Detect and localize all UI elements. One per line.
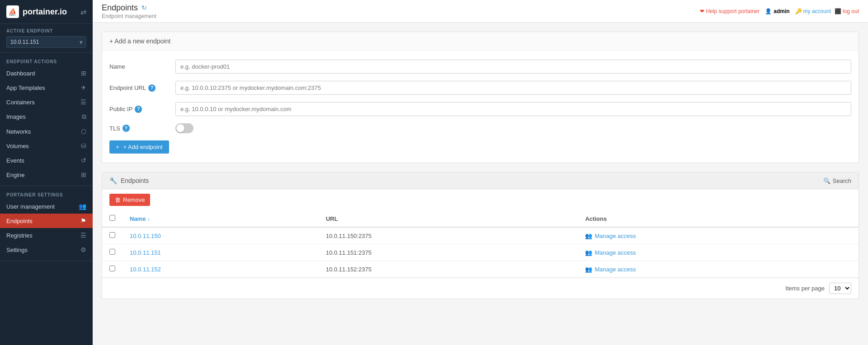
admin-icon: 👤 — [765, 8, 772, 14]
url-form-group: Endpoint URL ? — [109, 81, 851, 95]
row-name-cell: 10.0.11.150 — [123, 227, 319, 244]
row-checkbox-0[interactable] — [109, 232, 115, 238]
row-url-cell: 10.0.11.152:2375 — [319, 261, 578, 278]
items-per-page-select[interactable]: 10 25 50 — [829, 283, 851, 294]
row-name-cell: 10.0.11.152 — [123, 261, 319, 278]
add-endpoint-header: + Add a new endpoint — [102, 32, 859, 51]
public-ip-input[interactable] — [175, 102, 851, 116]
main-content: Endpoints ↻ Endpoint management ❤ Help s… — [93, 0, 868, 345]
row-checkbox-1[interactable] — [109, 249, 115, 255]
sidebar-item-user-management[interactable]: User management 👥 — [0, 199, 93, 214]
add-endpoint-button[interactable]: + + Add endpoint — [109, 140, 169, 154]
sidebar-item-events[interactable]: Events ↺ — [0, 153, 93, 168]
help-support-link[interactable]: ❤ Help support portainer — [700, 8, 760, 14]
row-checkbox-cell — [102, 227, 123, 244]
search-button[interactable]: 🔍 Search — [823, 177, 851, 184]
tls-help-icon[interactable]: ? — [123, 125, 130, 132]
sidebar-item-volumes[interactable]: Volumes ⛁ — [0, 139, 93, 153]
public-ip-form-group: Public IP ? — [109, 102, 851, 116]
remove-button[interactable]: 🗑 Remove — [109, 194, 150, 206]
select-all-checkbox[interactable] — [109, 215, 115, 221]
sidebar-item-networks[interactable]: Networks ⬡ — [0, 124, 93, 139]
tls-toggle-thumb — [176, 124, 184, 132]
heart-icon: ❤ — [700, 8, 704, 14]
log-out-link[interactable]: ⬛ log out — [835, 8, 859, 14]
toggle-sidebar-icon[interactable]: ⇄ — [80, 8, 86, 16]
actions-col-header: Actions — [578, 210, 859, 227]
admin-info: 👤 admin — [765, 8, 789, 14]
row-url-cell: 10.0.11.151:2375 — [319, 244, 578, 261]
url-help-icon[interactable]: ? — [148, 84, 156, 92]
settings-icon: ⚙ — [74, 246, 86, 253]
sidebar-item-settings[interactable]: Settings ⚙ — [0, 242, 93, 257]
volumes-icon: ⛁ — [74, 142, 86, 149]
engine-label: Engine — [6, 172, 24, 178]
endpoint-actions-label: ENDPOINT ACTIONS — [0, 56, 93, 66]
sidebar-item-images[interactable]: Images ⧉ — [0, 109, 93, 124]
manage-access-link-0[interactable]: 👥 Manage access — [585, 233, 851, 239]
my-account-link[interactable]: 🔑 my account — [795, 8, 831, 14]
sidebar: ⛵ portainer.io ⇄ ACTIVE ENDPOINT 10.0.11… — [0, 0, 93, 345]
endpoint-name-link-0[interactable]: 10.0.11.150 — [130, 233, 161, 239]
admin-links: 🔑 my account ⬛ log out — [795, 8, 859, 14]
row-checkbox-cell — [102, 244, 123, 261]
content-area: + Add a new endpoint Name Endpoint URL ? — [93, 23, 868, 345]
row-checkbox-2[interactable] — [109, 266, 115, 271]
top-header: Endpoints ↻ Endpoint management ❤ Help s… — [93, 0, 868, 23]
endpoints-nav-icon: ⚑ — [74, 217, 86, 224]
name-input[interactable] — [175, 60, 851, 74]
user-management-label: User management — [6, 203, 55, 210]
engine-icon: ⊞ — [74, 171, 86, 178]
tls-toggle[interactable] — [175, 123, 193, 133]
row-checkbox-cell — [102, 261, 123, 278]
sidebar-item-dashboard[interactable]: Dashboard ⊞ — [0, 66, 93, 80]
sidebar-item-endpoints[interactable]: Endpoints ⚑ — [0, 214, 93, 228]
trash-icon: 🗑 — [115, 196, 121, 203]
manage-access-link-2[interactable]: 👥 Manage access — [585, 266, 851, 273]
containers-label: Containers — [6, 99, 35, 106]
table-row: 10.0.11.152 10.0.11.152:2375 👥 Manage ac… — [102, 261, 859, 278]
table-card-header-left: 🔧 Endpoints — [109, 177, 149, 184]
endpoints-table-card: 🔧 Endpoints 🔍 Search 🗑 Remove — [102, 172, 859, 299]
endpoint-actions-section: ENDPOINT ACTIONS Dashboard ⊞ App Templat… — [0, 53, 93, 186]
app-templates-icon: ✈ — [74, 84, 86, 91]
refresh-icon[interactable]: ↻ — [142, 4, 147, 11]
url-label: Endpoint URL ? — [109, 84, 168, 92]
user-management-icon: 👥 — [74, 203, 86, 210]
events-icon: ↺ — [74, 157, 86, 164]
portainer-settings-section: PORTAINER SETTINGS User management 👥 End… — [0, 186, 93, 261]
public-ip-help-icon[interactable]: ? — [135, 106, 142, 113]
app-templates-label: App Templates — [6, 84, 45, 91]
manage-access-link-1[interactable]: 👥 Manage access — [585, 249, 851, 256]
logo: ⛵ portainer.io — [6, 5, 67, 18]
sidebar-item-containers[interactable]: Containers ☰ — [0, 95, 93, 109]
settings-label: Settings — [6, 247, 28, 253]
endpoints-nav-label: Endpoints — [6, 218, 33, 224]
sidebar-item-registries[interactable]: Registries ☰ — [0, 228, 93, 242]
dashboard-icon: ⊞ — [74, 70, 86, 77]
active-endpoint-select[interactable]: 10.0.11.151 10.0.11.150 10.0.11.152 — [6, 36, 86, 48]
page-title: Endpoints ↻ — [102, 3, 156, 13]
tls-label: TLS ? — [109, 125, 168, 132]
header-right: ❤ Help support portainer 👤 admin 🔑 my ac… — [700, 8, 859, 14]
url-input[interactable] — [175, 81, 851, 95]
url-col-header: URL — [319, 210, 578, 227]
endpoint-select-wrapper: 10.0.11.151 10.0.11.150 10.0.11.152 — [6, 36, 86, 48]
name-col-header[interactable]: Name ↕ — [123, 210, 319, 227]
sidebar-item-engine[interactable]: Engine ⊞ — [0, 168, 93, 182]
name-label: Name — [109, 63, 168, 70]
plus-icon: + — [116, 144, 119, 150]
users-icon-2: 👥 — [585, 266, 592, 273]
sidebar-item-app-templates[interactable]: App Templates ✈ — [0, 80, 93, 95]
table-head: Name ↕ URL Actions — [102, 210, 859, 227]
containers-icon: ☰ — [74, 98, 86, 106]
endpoint-name-link-2[interactable]: 10.0.11.152 — [130, 266, 161, 273]
tls-form-group: TLS ? — [109, 123, 851, 133]
networks-label: Networks — [6, 128, 31, 135]
endpoint-name-link-1[interactable]: 10.0.11.151 — [130, 249, 161, 256]
key-icon: 🔑 — [795, 8, 802, 14]
events-label: Events — [6, 157, 24, 164]
sort-icon: ↕ — [147, 217, 150, 222]
row-actions-cell: 👥 Manage access — [578, 261, 859, 278]
table-card-header: 🔧 Endpoints 🔍 Search — [102, 172, 859, 189]
